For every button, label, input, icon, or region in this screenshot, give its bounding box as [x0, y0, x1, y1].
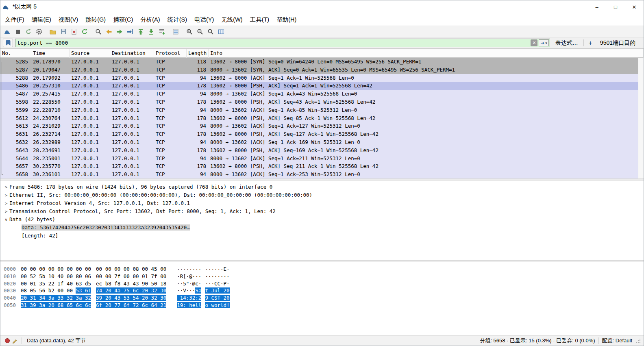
packet-row[interactable]: 528720.179047127.0.0.1127.0.0.1TCP118800… — [0, 66, 638, 74]
open-file-button[interactable] — [48, 26, 58, 37]
packet-row[interactable]: 559822.228550127.0.0.1127.0.0.1TCP178136… — [0, 98, 638, 106]
hex-row[interactable]: 000000 00 00 00 00 00 00 0000 00 00 00 0… — [4, 265, 644, 273]
hex-row[interactable]: 001000 52 5b 10 40 00 80 0600 00 7f 00 0… — [4, 273, 644, 280]
column-header-length[interactable]: Length — [187, 49, 209, 58]
filter-apply-button[interactable]: ➜ ▾ — [539, 39, 549, 46]
column-header-info[interactable]: Info — [209, 49, 644, 58]
menu-analyze[interactable]: 分析(A) — [137, 14, 163, 26]
filter-bookmark-button[interactable] — [3, 39, 13, 47]
column-header-time[interactable]: Time — [31, 49, 70, 58]
cell-no: 5598 — [4, 98, 31, 106]
cell-info: 13602 → 8000 [ACK] Seq=1 Ack=1 Win=52556… — [209, 74, 638, 82]
go-back-button[interactable] — [104, 26, 114, 37]
detail-frame[interactable]: >Frame 5486: 178 bytes on wire (1424 bit… — [0, 183, 644, 191]
packet-list-scrollbar[interactable] — [638, 58, 644, 178]
zoom-out-button[interactable] — [195, 26, 205, 37]
reload-file-button[interactable] — [79, 26, 90, 37]
maximize-button[interactable]: □ — [606, 0, 625, 13]
colorize-packets-button[interactable] — [170, 26, 181, 37]
menu-tools[interactable]: 工具(T) — [246, 14, 273, 26]
hex-row[interactable]: 004020 31 34 3a 33 32 3a 3239 20 43 53 5… — [4, 294, 644, 302]
packet-row-selected[interactable]: 548620.257310127.0.0.1127.0.0.1TCP178136… — [0, 82, 638, 90]
go-forward-button[interactable] — [114, 26, 125, 37]
cell-no: 5285 — [4, 58, 31, 66]
menu-go[interactable]: 跳转(G) — [82, 14, 109, 26]
start-capture-button[interactable] — [2, 26, 13, 37]
packet-row[interactable]: 559922.228710127.0.0.1127.0.0.1TCP948000… — [0, 106, 638, 114]
first-packet-button[interactable] — [135, 26, 146, 37]
hex-bytes-highlighted: 74 20 4a 75 6c 20 32 30 — [96, 287, 166, 294]
last-packet-button[interactable] — [146, 26, 157, 37]
capture-options-button[interactable] — [34, 26, 44, 37]
packet-row[interactable]: 561224.230764127.0.0.1127.0.0.1TCP178136… — [0, 114, 638, 122]
cell-time: 20.179092 — [31, 74, 70, 82]
auto-scroll-button[interactable] — [157, 26, 167, 37]
expander-collapsed-icon[interactable]: > — [3, 191, 9, 200]
expert-info-button[interactable] — [4, 337, 11, 344]
packet-row[interactable]: 564328.234691127.0.0.1127.0.0.1TCP178136… — [0, 146, 638, 155]
hex-row[interactable]: 003008 05 56 b2 00 00 53 6174 20 4a 75 6… — [4, 287, 644, 294]
stop-capture-button[interactable] — [13, 26, 23, 37]
expression-button[interactable]: 表达式… — [552, 39, 581, 47]
packet-row[interactable]: 548720.257415127.0.0.1127.0.0.1TCP948000… — [0, 90, 638, 98]
menu-telephony[interactable]: 电话(Y) — [191, 14, 218, 26]
go-to-packet-button[interactable] — [125, 26, 135, 37]
menu-wireless[interactable]: 无线(W) — [218, 14, 246, 26]
column-header-destination[interactable]: Destination — [110, 49, 154, 58]
detail-ip[interactable]: >Internet Protocol Version 4, Src: 127.0… — [0, 199, 644, 207]
detail-tcp[interactable]: >Transmission Control Protocol, Src Port… — [0, 207, 644, 215]
filter-clear-button[interactable]: ✕ — [531, 39, 537, 46]
cell-time: 24.231029 — [31, 122, 70, 130]
minimize-button[interactable]: – — [587, 0, 606, 13]
detail-data-value[interactable]: Data: 536174204a756c2032302031343a33323a… — [0, 224, 644, 232]
stop-square-icon — [14, 28, 22, 35]
cell-length: 178 — [187, 162, 209, 170]
detail-data[interactable]: ∨Data (42 bytes) — [0, 215, 644, 224]
packet-row[interactable]: 565830.236101127.0.0.1127.0.0.1TCP948000… — [0, 170, 638, 178]
menu-help[interactable]: 帮助(H) — [273, 14, 300, 26]
zoom-in-button[interactable] — [184, 26, 195, 37]
cell-time: 20.178970 — [31, 58, 70, 66]
hex-row[interactable]: 005031 39 3a 20 68 65 6c 6c6f 20 77 6f 7… — [4, 302, 644, 309]
restart-capture-button[interactable] — [23, 26, 34, 37]
resize-grip-icon[interactable] — [635, 338, 641, 344]
menu-statistics[interactable]: 统计(S) — [164, 14, 191, 26]
packet-row[interactable]: 563126.232714127.0.0.1127.0.0.1TCP178136… — [0, 130, 638, 138]
packet-row[interactable]: 563226.232989127.0.0.1127.0.0.1TCP948000… — [0, 138, 638, 146]
packet-row[interactable]: 528520.178970127.0.0.1127.0.0.1TCP118136… — [0, 58, 638, 66]
packet-row[interactable]: 564428.235001127.0.0.1127.0.0.1TCP948000… — [0, 155, 638, 163]
resize-columns-button[interactable] — [216, 26, 226, 37]
saved-filter-button[interactable]: 9501端口目的 — [597, 39, 641, 47]
hex-row[interactable]: 002000 01 35 22 1f 40 63 d5ec b8 f8 43 4… — [4, 280, 644, 287]
packet-row[interactable]: 561324.231029127.0.0.1127.0.0.1TCP948000… — [0, 122, 638, 130]
close-button[interactable]: ✕ — [625, 0, 644, 13]
column-header-no[interactable]: No. — [0, 49, 31, 58]
cell-info: 8000 → 13602 [ACK] Seq=1 Ack=127 Win=525… — [209, 122, 638, 130]
column-header-protocol[interactable]: Protocol — [154, 49, 187, 58]
expander-expanded-icon[interactable]: ∨ — [3, 216, 9, 224]
cell-time: 30.235770 — [31, 162, 70, 170]
menu-edit[interactable]: 编辑(E) — [28, 14, 55, 26]
cell-no: 5632 — [4, 138, 31, 146]
display-filter-input[interactable] — [15, 40, 531, 46]
detail-ethernet[interactable]: >Ethernet II, Src: 00:00:00_00:00:00 (00… — [0, 191, 644, 199]
hex-offset: 0020 — [4, 280, 21, 287]
expander-collapsed-icon[interactable]: > — [3, 208, 9, 216]
column-header-source[interactable]: Source — [70, 49, 110, 58]
capture-comment-button[interactable] — [11, 337, 18, 344]
packet-row[interactable]: 528820.179092127.0.0.1127.0.0.1TCP941360… — [0, 74, 638, 82]
status-profile[interactable]: 配置: Default — [602, 337, 632, 344]
close-file-button[interactable] — [69, 26, 79, 37]
menu-view[interactable]: 视图(V) — [55, 14, 82, 26]
expander-collapsed-icon[interactable]: > — [3, 183, 9, 191]
zoom-reset-button[interactable]: 1:1 — [205, 26, 216, 37]
expander-collapsed-icon[interactable]: > — [3, 200, 9, 208]
save-file-button[interactable] — [58, 26, 69, 37]
detail-data-length[interactable]: [Length: 42] — [0, 232, 644, 240]
menu-file[interactable]: 文件(F) — [1, 14, 28, 26]
packet-row[interactable]: 565730.235770127.0.0.1127.0.0.1TCP178136… — [0, 162, 638, 170]
add-filter-button[interactable]: + — [586, 39, 595, 47]
menu-capture[interactable]: 捕获(C) — [109, 14, 137, 26]
find-packet-button[interactable] — [93, 26, 104, 37]
ascii-text-highlighted: Sa — [195, 287, 201, 294]
